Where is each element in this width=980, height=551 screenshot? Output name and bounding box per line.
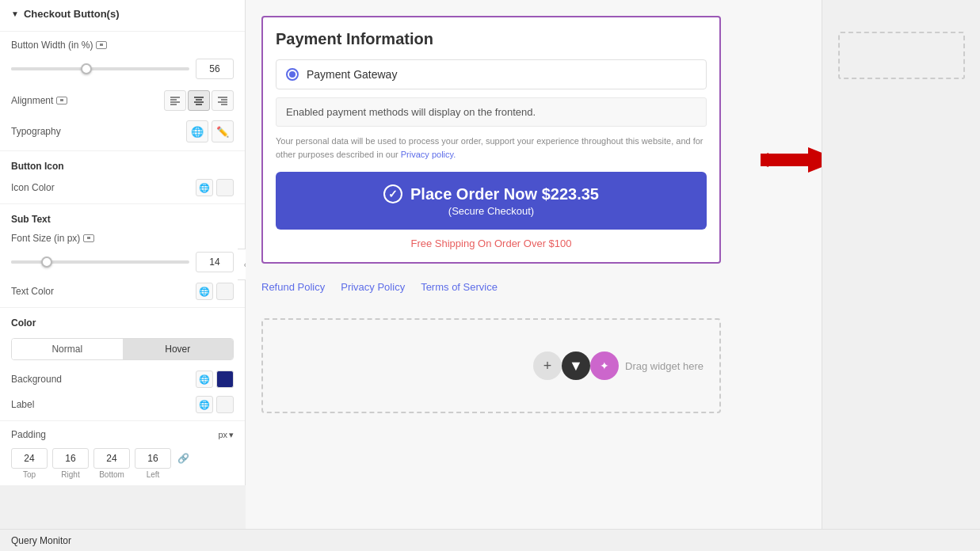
payment-note: Enabled payment methods will display on … — [276, 97, 707, 127]
privacy-text: Your personal data will be used to proce… — [276, 135, 707, 161]
color-section: Color — [0, 311, 245, 332]
padding-top-input: 24 — [11, 448, 48, 469]
bottom-bar: Query Monitor — [0, 529, 980, 551]
padding-bottom-label: Bottom — [93, 470, 130, 479]
typography-row: Typography 🌐 ✏️ — [0, 116, 245, 147]
footer-links: Refund Policy Privacy Policy Terms of Se… — [261, 273, 498, 301]
button-width-thumb[interactable] — [81, 63, 92, 74]
button-icon-section: Button Icon — [0, 154, 245, 175]
background-color-label: Background — [11, 374, 62, 385]
padding-labels: Top Right Bottom Left — [0, 469, 245, 485]
section-title: Checkout Button(s) — [24, 8, 120, 20]
background-color-swatch[interactable] — [216, 370, 234, 388]
icon-color-row: Icon Color 🌐 — [0, 175, 245, 200]
sub-text-section: Sub Text — [0, 207, 245, 228]
folder-widget-button[interactable]: ▼ — [562, 352, 590, 380]
place-order-sub-text: (Secure Checkout) — [292, 205, 691, 217]
button-width-track — [11, 67, 189, 70]
text-color-controls: 🌐 — [196, 283, 234, 300]
footer-area: Refund Policy Privacy Policy Terms of Se… — [261, 273, 806, 314]
label-color-controls: 🌐 — [196, 396, 234, 413]
background-globe-button[interactable]: 🌐 — [196, 370, 213, 388]
label-color-label: Label — [11, 399, 34, 410]
padding-right-input: 16 — [52, 448, 89, 469]
refund-policy-link[interactable]: Refund Policy — [261, 281, 325, 293]
padding-left-label: Left — [135, 470, 171, 479]
normal-tab[interactable]: Normal — [12, 339, 123, 359]
typography-label: Typography — [11, 126, 61, 137]
icon-color-label: Icon Color — [11, 182, 55, 193]
padding-right-label: Right — [52, 470, 89, 479]
center-panel: Payment Information Payment Gateway Enab… — [246, 0, 822, 529]
align-center-button[interactable] — [188, 90, 210, 111]
left-panel: ▼ Checkout Button(s) Button Width (in %)… — [0, 0, 246, 485]
drag-label: Drag widget here — [625, 360, 704, 372]
payment-title: Payment Information — [276, 30, 707, 48]
label-color-row: Label 🌐 — [0, 392, 245, 417]
right-panel — [822, 0, 980, 529]
text-color-globe-button[interactable]: 🌐 — [196, 283, 213, 300]
icon-color-globe-button[interactable]: 🌐 — [196, 179, 213, 196]
radio-dot — [289, 71, 296, 78]
background-color-row: Background 🌐 — [0, 367, 245, 392]
icon-color-controls: 🌐 — [196, 179, 234, 196]
background-color-controls: 🌐 — [196, 370, 234, 388]
padding-bottom-input: 24 — [93, 448, 130, 469]
payment-gateway-label: Payment Gateway — [307, 68, 397, 81]
monitor-icon-font — [83, 234, 94, 242]
payment-section: Payment Information Payment Gateway Enab… — [261, 16, 721, 264]
add-widget-button[interactable]: + — [533, 352, 562, 380]
text-color-row: Text Color 🌐 — [0, 279, 245, 304]
button-width-value[interactable]: 56 — [196, 59, 234, 79]
button-width-slider-container: 56 — [0, 55, 245, 86]
free-shipping-text: Free Shipping On Order Over $100 — [276, 238, 707, 249]
privacy-link[interactable]: Privacy policy. — [401, 150, 456, 159]
align-left-button[interactable] — [164, 90, 186, 111]
place-order-main-text: ✓ Place Order Now $223.35 — [292, 184, 691, 203]
big-right-arrow — [761, 147, 822, 176]
hover-tab[interactable]: Hover — [123, 339, 234, 359]
padding-top-label: Top — [11, 470, 48, 479]
query-monitor-label: Query Monitor — [11, 535, 71, 546]
checkout-buttons-section[interactable]: ▼ Checkout Button(s) — [0, 0, 245, 28]
padding-inputs: 24 16 24 16 🔗 — [0, 445, 245, 469]
place-order-button[interactable]: ✓ Place Order Now $223.35 (Secure Checko… — [276, 172, 707, 230]
typography-controls: 🌐 ✏️ — [186, 120, 234, 142]
typography-edit-button[interactable]: ✏️ — [212, 120, 234, 142]
color-tabs: Normal Hover — [11, 338, 234, 360]
font-size-value[interactable]: 14 — [196, 252, 234, 272]
font-size-thumb[interactable] — [41, 256, 52, 268]
button-width-row: Button Width (in %) — [0, 35, 245, 55]
monitor-icon-align — [56, 97, 67, 104]
ai-widget-button[interactable]: ✦ — [590, 352, 619, 380]
font-size-row: Font Size (in px) — [0, 228, 245, 249]
icon-color-swatch[interactable] — [216, 179, 234, 196]
section-arrow: ▼ — [11, 10, 19, 18]
unit-selector[interactable]: px ▾ — [218, 430, 234, 440]
text-color-swatch[interactable] — [216, 283, 234, 300]
alignment-label: Alignment — [11, 95, 67, 106]
typography-globe-button[interactable]: 🌐 — [186, 120, 208, 142]
padding-header: Padding px ▾ — [0, 424, 245, 445]
alignment-row: Alignment — [0, 86, 245, 116]
svg-marker-14 — [761, 147, 822, 173]
monitor-icon — [96, 41, 107, 49]
font-size-label: Font Size (in px) — [11, 233, 94, 244]
label-globe-button[interactable]: 🌐 — [196, 396, 213, 413]
padding-label: Padding — [11, 429, 49, 440]
font-size-slider-container: 14 — [0, 249, 245, 279]
alignment-buttons — [164, 90, 234, 111]
right-placeholder — [838, 32, 965, 79]
label-color-swatch[interactable] — [216, 396, 234, 413]
drop-zone: + ▼ ✦ Drag widget here — [261, 318, 721, 413]
payment-radio — [286, 68, 299, 81]
padding-link-icon[interactable]: 🔗 — [176, 451, 190, 466]
checkmark-circle: ✓ — [383, 184, 402, 203]
align-right-button[interactable] — [212, 90, 234, 111]
payment-option[interactable]: Payment Gateway — [276, 59, 707, 89]
privacy-policy-link[interactable]: Privacy Policy — [341, 281, 405, 293]
text-color-label: Text Color — [11, 286, 54, 297]
terms-of-service-link[interactable]: Terms of Service — [421, 281, 498, 293]
padding-left-input: 16 — [135, 448, 171, 469]
button-width-label: Button Width (in %) — [11, 40, 107, 51]
